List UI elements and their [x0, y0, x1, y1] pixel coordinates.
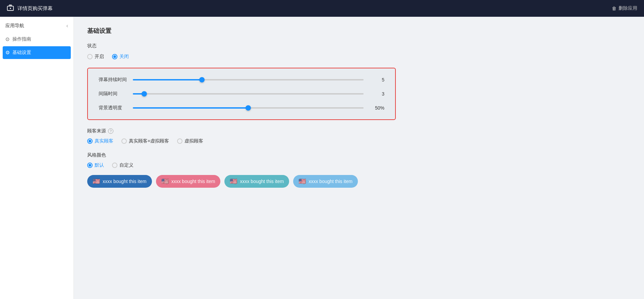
source-virtual-option[interactable]: 虚拟顾客 [177, 138, 203, 144]
duration-slider-row: 弹幕持续时间 5 [99, 76, 384, 83]
flag-icon-3: 🇺🇸 [230, 178, 237, 185]
status-section: 状态 开启 关闭 [87, 43, 631, 60]
page-title: 基础设置 [87, 27, 631, 35]
delete-app-button[interactable]: 🗑 删除应用 [612, 5, 637, 11]
preview-badge-blue-dark: 🇺🇸 xxxx bought this item [87, 175, 152, 188]
status-on-radio[interactable] [87, 54, 93, 59]
style-previews: 🇺🇸 xxxx bought this item 🇺🇸 xxxx bought … [87, 175, 631, 188]
main-layout: 应用导航 ‹ ⊙ 操作指南 ⚙ 基础设置 基础设置 状态 开启 关闭 [0, 17, 644, 299]
delete-label: 删除应用 [619, 5, 637, 11]
interval-slider-row: 间隔时间 3 [99, 91, 384, 97]
opacity-value: 50% [368, 105, 384, 111]
trash-icon: 🗑 [612, 6, 616, 11]
style-color-radio-group: 默认 自定义 [87, 162, 631, 168]
status-on-label: 开启 [95, 54, 104, 60]
collapse-icon[interactable]: ‹ [66, 23, 68, 29]
interval-label: 间隔时间 [99, 91, 129, 97]
preview-badge-light-blue-text: xxxx bought this item [309, 179, 353, 184]
source-real-option[interactable]: 真实顾客 [87, 138, 113, 144]
opacity-fill [133, 107, 248, 109]
customer-source-label: 顾客来源 ? [87, 128, 631, 134]
interval-thumb[interactable] [142, 91, 147, 97]
style-default-label: 默认 [95, 162, 104, 168]
preview-badge-teal: 🇺🇸 xxxx bought this item [224, 175, 289, 188]
help-icon[interactable]: ? [108, 128, 113, 134]
content-area: 基础设置 状态 开启 关闭 弹幕持续时间 [74, 17, 644, 299]
interval-track [133, 93, 364, 95]
preview-badge-pink-text: xxxx bought this item [171, 179, 215, 184]
sidebar-item-settings[interactable]: ⚙ 基础设置 [3, 46, 71, 59]
style-custom-option[interactable]: 自定义 [112, 162, 133, 168]
style-custom-radio[interactable] [112, 163, 117, 168]
style-color-section: 风格颜色 默认 自定义 🇺🇸 xxxx bought this item [87, 152, 631, 188]
preview-badge-light-blue: 🇺🇸 xxxx bought this item [293, 175, 358, 188]
flag-icon-2: 🇺🇸 [161, 178, 169, 185]
interval-slider-track[interactable] [133, 91, 364, 97]
opacity-track [133, 107, 364, 109]
duration-track [133, 79, 364, 80]
preview-badge-teal-text: xxxx bought this item [240, 179, 284, 184]
style-color-label: 风格颜色 [87, 152, 631, 158]
sidebar-item-guide[interactable]: ⊙ 操作指南 [0, 33, 73, 46]
duration-label: 弹幕持续时间 [99, 77, 129, 83]
guide-icon: ⊙ [5, 36, 10, 42]
app-icon [7, 4, 14, 13]
slider-box: 弹幕持续时间 5 间隔时间 3 [87, 68, 396, 120]
customer-source-section: 顾客来源 ? 真实顾客 真实顾客+虚拟顾客 虚拟顾客 [87, 128, 631, 144]
source-real-virtual-option[interactable]: 真实顾客+虚拟顾客 [121, 138, 169, 144]
status-label: 状态 [87, 43, 631, 49]
duration-thumb[interactable] [199, 77, 205, 82]
opacity-thumb[interactable] [246, 105, 251, 111]
interval-value: 3 [368, 91, 384, 97]
header-title-group: 详情页购买弹幕 [7, 4, 53, 13]
status-off-radio[interactable] [112, 54, 117, 59]
style-default-radio[interactable] [87, 163, 93, 168]
sidebar-item-guide-label: 操作指南 [12, 36, 31, 42]
sidebar-item-settings-label: 基础设置 [12, 50, 31, 56]
duration-value: 5 [368, 77, 384, 82]
settings-icon: ⚙ [5, 50, 10, 56]
flag-icon-4: 🇺🇸 [299, 178, 306, 185]
source-real-virtual-radio[interactable] [121, 138, 127, 144]
duration-slider-track[interactable] [133, 76, 364, 83]
sidebar-header: 应用导航 ‹ [0, 17, 73, 33]
source-real-radio[interactable] [87, 138, 93, 144]
status-off-option[interactable]: 关闭 [112, 54, 129, 60]
customer-source-radio-group: 真实顾客 真实顾客+虚拟顾客 虚拟顾客 [87, 138, 631, 144]
source-real-virtual-label: 真实顾客+虚拟顾客 [129, 138, 169, 144]
style-custom-label: 自定义 [119, 162, 133, 168]
sidebar: 应用导航 ‹ ⊙ 操作指南 ⚙ 基础设置 [0, 17, 74, 299]
source-virtual-label: 虚拟顾客 [184, 138, 203, 144]
duration-fill [133, 79, 202, 80]
header-title: 详情页购买弹幕 [17, 5, 53, 12]
source-virtual-radio[interactable] [177, 138, 182, 144]
opacity-label: 背景透明度 [99, 105, 129, 111]
status-off-label: 关闭 [119, 54, 129, 60]
style-default-option[interactable]: 默认 [87, 162, 104, 168]
source-real-label: 真实顾客 [95, 138, 113, 144]
status-on-option[interactable]: 开启 [87, 54, 104, 60]
preview-badge-blue-dark-text: xxxx bought this item [103, 179, 147, 184]
status-radio-group: 开启 关闭 [87, 54, 631, 60]
flag-icon-1: 🇺🇸 [93, 178, 100, 185]
app-header: 详情页购买弹幕 🗑 删除应用 [0, 0, 644, 17]
opacity-slider-row: 背景透明度 50% [99, 105, 384, 111]
opacity-slider-track[interactable] [133, 105, 364, 111]
sidebar-nav-label: 应用导航 [5, 23, 24, 29]
preview-badge-pink: 🇺🇸 xxxx bought this item [156, 175, 221, 188]
